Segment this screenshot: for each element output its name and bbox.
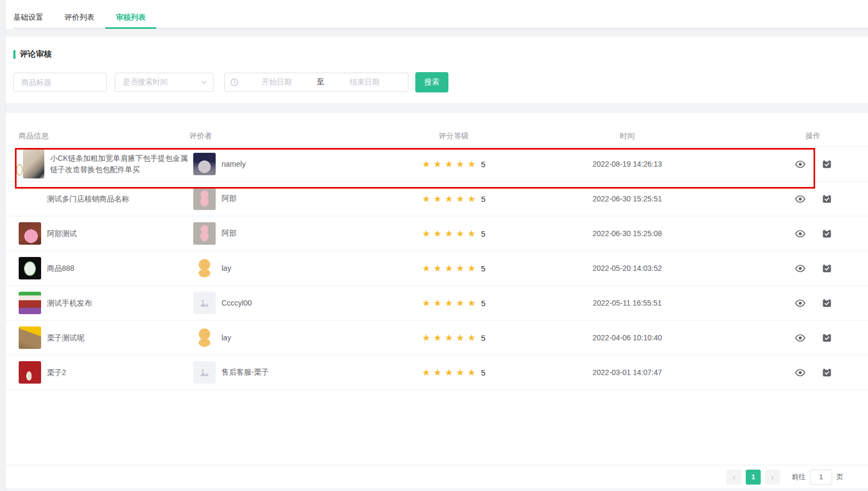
audit-clipboard-check-icon[interactable]: [822, 263, 832, 273]
table-row: 商品888 lay ★★★★★ 5 2022-05-20 14:03:52: [5, 251, 868, 286]
audit-clipboard-check-icon[interactable]: [822, 159, 832, 169]
reviewer-cell: 阿部: [190, 222, 411, 245]
column-header-rating: 评分等级: [411, 131, 496, 141]
pagination-goto-input[interactable]: [810, 470, 832, 485]
star-rating-icons: ★★★★★: [422, 160, 479, 169]
product-thumbnail[interactable]: [19, 222, 41, 245]
pagination-goto: 前往 页: [792, 470, 843, 485]
search-time-select-placeholder: 是否搜索时间: [123, 77, 168, 87]
product-info-cell: 阿部测试: [5, 222, 190, 245]
view-eye-icon[interactable]: [794, 264, 806, 272]
table-header-row: 商品信息 评价者 评分等级 时间 操作: [5, 126, 868, 147]
end-date-input[interactable]: 结束日期: [327, 77, 403, 87]
star-rating-icons: ★★★★★: [422, 333, 479, 342]
pagination-page-1-button[interactable]: 1: [746, 470, 761, 485]
column-header-time: 时间: [496, 131, 758, 141]
rating-cell: ★★★★★ 5: [411, 264, 496, 273]
chevron-down-icon: [200, 79, 208, 86]
gold-chain-icon: [16, 164, 23, 176]
column-header-operations: 操作: [758, 131, 868, 141]
broken-image-placeholder-icon: [199, 367, 210, 378]
audit-clipboard-check-icon[interactable]: [822, 368, 832, 377]
view-eye-icon[interactable]: [794, 334, 806, 342]
pagination-next-button[interactable]: ›: [765, 470, 780, 485]
time-cell: 2022-05-11 16:55:51: [496, 299, 758, 307]
product-thumbnail[interactable]: [19, 292, 41, 314]
product-title: 小CK链条加粗加宽单肩腋下包手提包金属链子改造替换包包配件单买: [50, 153, 190, 175]
date-range-separator: 至: [315, 77, 327, 87]
pagination-goto-label: 前往: [792, 472, 806, 482]
pagination-prev-button[interactable]: ‹: [727, 470, 741, 485]
product-title: 栗子测试呢: [47, 332, 84, 344]
table-row: 栗子2 售后客服-栗子 ★★★★★ 5 2022-03-01 14:07:47: [5, 355, 868, 390]
product-title: 阿部测试: [47, 228, 77, 239]
column-header-product-info: 商品信息: [5, 131, 190, 141]
rating-cell: ★★★★★ 5: [411, 229, 496, 238]
reviewer-name: lay: [222, 264, 231, 272]
tab-basic-settings[interactable]: 基础设置: [13, 6, 54, 28]
product-thumbnail[interactable]: [19, 257, 41, 279]
start-date-input[interactable]: 开始日期: [239, 77, 315, 87]
view-eye-icon[interactable]: [794, 195, 806, 203]
table-body: 小CK链条加粗加宽单肩腋下包手提包金属链子改造替换包包配件单买 namely ★…: [5, 147, 868, 390]
clock-icon: [230, 78, 239, 87]
table-row: 测试多门店核销商品名称 阿部 ★★★★★ 5 2022-06-30 15:25:…: [5, 182, 868, 216]
view-eye-icon[interactable]: [794, 160, 806, 168]
product-thumbnail[interactable]: [19, 188, 41, 210]
operations-cell: [758, 368, 868, 377]
product-info-cell: 栗子测试呢: [5, 326, 190, 349]
view-eye-icon[interactable]: [794, 230, 806, 238]
product-info-cell: 测试手机发布: [5, 292, 190, 314]
tab-evaluation-list[interactable]: 评价列表: [54, 6, 105, 28]
reviewer-name: 阿部: [222, 194, 236, 204]
review-audit-page: 基础设置 评价列表 审核列表 评论审核 是否搜索时间: [5, 0, 868, 491]
reviewer-avatar: [193, 361, 216, 384]
audit-clipboard-check-icon[interactable]: [822, 229, 832, 238]
reviewer-name: namely: [222, 160, 246, 168]
product-thumbnail[interactable]: [19, 326, 41, 349]
star-rating-icons: ★★★★★: [422, 299, 479, 308]
reviewer-avatar: [193, 257, 216, 279]
tabs-bar: 基础设置 评价列表 审核列表: [5, 0, 868, 29]
product-thumbnail[interactable]: [19, 361, 41, 384]
date-range-picker[interactable]: 开始日期 至 结束日期: [224, 73, 408, 92]
rating-value: 5: [481, 264, 485, 273]
view-eye-icon[interactable]: [794, 369, 806, 377]
star-rating-icons: ★★★★★: [422, 264, 479, 273]
product-title-field-wrap: [13, 73, 107, 92]
reviewer-cell: lay: [190, 257, 411, 279]
product-info-cell: 小CK链条加粗加宽单肩腋下包手提包金属链子改造替换包包配件单买: [5, 150, 190, 178]
column-header-reviewer: 评价者: [190, 131, 411, 141]
tab-audit-list[interactable]: 审核列表: [105, 6, 156, 28]
operations-cell: [758, 229, 868, 238]
reviewer-cell: Ccccyl00: [190, 292, 411, 314]
reviewer-avatar: [193, 222, 216, 245]
audit-clipboard-check-icon[interactable]: [822, 194, 832, 204]
broken-image-placeholder-icon: [199, 297, 210, 309]
audit-table-card: 商品信息 评价者 评分等级 时间 操作 小CK链条加粗加宽单肩腋下包手提包金属链…: [5, 113, 868, 488]
time-cell: 2022-06-30 15:25:51: [496, 194, 758, 203]
rating-value: 5: [481, 194, 485, 204]
time-cell: 2022-05-20 14:03:52: [496, 264, 758, 272]
audit-clipboard-check-icon[interactable]: [822, 298, 832, 308]
rating-value: 5: [481, 333, 485, 342]
time-cell: 2022-04-06 10:10:40: [496, 333, 758, 342]
page-left-margin-strip: [0, 0, 5, 491]
search-button[interactable]: 搜索: [415, 72, 448, 92]
section-title-text: 评论审核: [20, 49, 52, 59]
comment-audit-filter-card: 评论审核 是否搜索时间 开始日期 至 结束日期 搜索: [5, 36, 868, 103]
operations-cell: [758, 298, 868, 308]
product-thumbnail[interactable]: [23, 150, 44, 178]
view-eye-icon[interactable]: [794, 299, 806, 307]
rating-value: 5: [481, 160, 485, 169]
star-rating-icons: ★★★★★: [422, 229, 479, 238]
section-title: 评论审核: [13, 49, 860, 59]
rating-value: 5: [481, 299, 485, 308]
product-title-input[interactable]: [21, 78, 99, 87]
time-cell: 2022-03-01 14:07:47: [496, 368, 758, 377]
table-row: 阿部测试 阿部 ★★★★★ 5 2022-06-30 15:25:08: [5, 216, 868, 251]
rating-value: 5: [481, 229, 485, 238]
search-time-select[interactable]: 是否搜索时间: [115, 73, 214, 92]
audit-clipboard-check-icon[interactable]: [822, 333, 832, 342]
rating-cell: ★★★★★ 5: [411, 368, 496, 377]
